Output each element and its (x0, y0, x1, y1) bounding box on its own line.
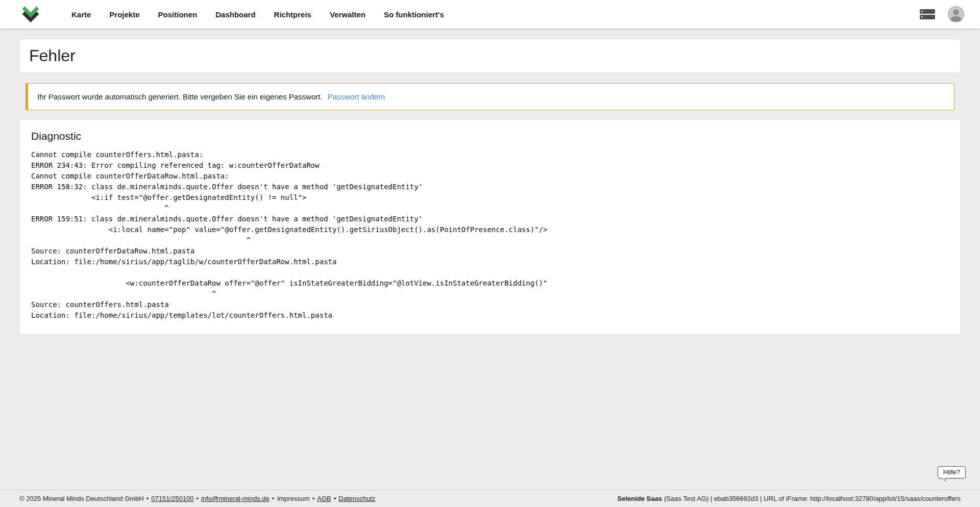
footer: © 2025 Mineral Minds Deutschland GmbH • … (0, 490, 980, 507)
password-warning-banner: Ihr Passwort wurde automatisch generiert… (26, 83, 954, 110)
server-icon[interactable] (920, 9, 935, 19)
main-nav: Karte Projekte Positionen Dashboard Rich… (71, 10, 444, 19)
nav-right-actions (920, 6, 965, 23)
nav-item-verwalten[interactable]: Verwalten (330, 10, 365, 19)
session-user-name: Selenide Saas (618, 495, 662, 502)
phone-link[interactable]: 07151/250100 (151, 495, 193, 502)
change-password-link[interactable]: Passwort ändern (328, 92, 385, 101)
nav-item-dashboard[interactable]: Dashboard (215, 10, 255, 19)
main-content: Fehler Ihr Passwort wurde automatisch ge… (0, 29, 980, 490)
nav-item-projekte[interactable]: Projekte (109, 10, 139, 19)
separator-dot: • (334, 495, 336, 502)
diagnostic-log: Cannot compile counterOffers.html.pasta:… (31, 149, 949, 321)
separator-dot: • (196, 495, 199, 502)
diagnostic-title: Diagnostic (31, 130, 949, 142)
nav-item-karte[interactable]: Karte (71, 10, 91, 19)
separator-dot: • (146, 495, 149, 502)
privacy-link[interactable]: Datenschutz (338, 495, 375, 502)
footer-session-info: Selenide Saas (Saas Test AG) | ebab35669… (618, 495, 961, 502)
session-meta: (Saas Test AG) | ebab356692d3 | URL of i… (664, 495, 961, 502)
copyright-text: © 2025 Mineral Minds Deutschland GmbH (19, 495, 144, 502)
top-navigation: Karte Projekte Positionen Dashboard Rich… (0, 0, 980, 29)
separator-dot: • (312, 495, 315, 502)
user-avatar-icon[interactable] (947, 6, 965, 23)
page-header-card: Fehler (19, 39, 961, 73)
diagnostic-panel: Diagnostic Cannot compile counterOffers.… (19, 119, 961, 335)
mineral-minds-logo[interactable] (20, 3, 41, 26)
email-link[interactable]: info@mineral-minds.de (201, 495, 270, 502)
footer-legal: © 2025 Mineral Minds Deutschland GmbH • … (19, 495, 376, 502)
logo-icon (20, 3, 41, 26)
imprint-link[interactable]: Impressum (277, 495, 309, 502)
nav-item-positionen[interactable]: Positionen (158, 10, 198, 19)
nav-item-so-funktionierts[interactable]: So funktioniert's (384, 10, 444, 19)
separator-dot: • (272, 495, 275, 502)
nav-item-richtpreis[interactable]: Richtpreis (274, 10, 311, 19)
warning-message: Ihr Passwort wurde automatisch generiert… (37, 92, 323, 101)
page-title: Fehler (29, 46, 951, 65)
help-button[interactable]: Hilfe? (938, 466, 966, 478)
terms-link[interactable]: AGB (317, 495, 331, 502)
